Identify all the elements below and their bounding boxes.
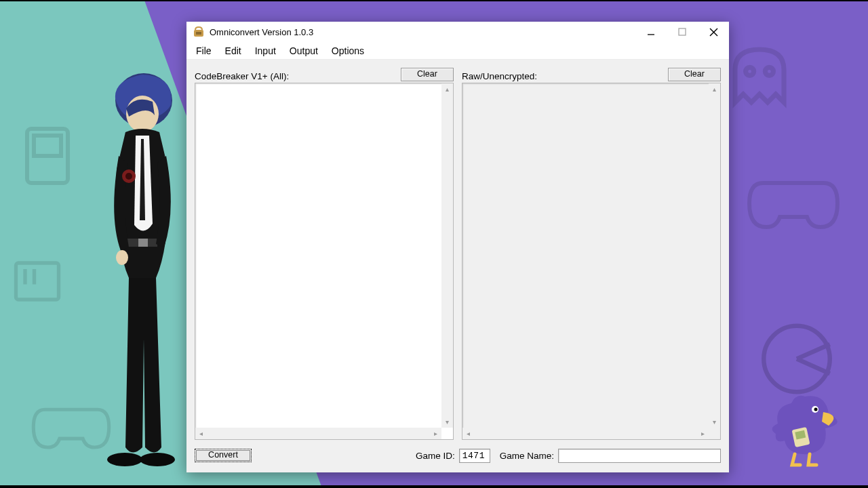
gameboy-doodle-icon [14,122,81,190]
minimize-button[interactable] [635,22,667,42]
titlebar[interactable]: Omniconvert Version 1.0.3 [186,22,729,42]
cartridge-doodle-icon [7,251,68,312]
scroll-down-icon[interactable]: ▾ [709,416,720,428]
client-area: CodeBreaker V1+ (All): Clear ▴ ▾ ◂ ▸ [186,60,729,472]
dodo-logo-icon [761,386,842,468]
anime-character-illustration [88,68,197,474]
convert-button[interactable]: Convert [195,449,252,462]
panes: CodeBreaker V1+ (All): Clear ▴ ▾ ◂ ▸ [195,66,721,440]
controller-doodle-icon [746,169,841,237]
svg-point-17 [814,408,818,411]
window-title: Omniconvert Version 1.0.3 [210,27,635,37]
input-scroll-horizontal[interactable]: ◂ ▸ [195,428,441,439]
output-textarea[interactable]: ▴ ▾ ◂ ▸ [462,83,721,440]
game-name-input[interactable] [558,449,721,463]
clear-input-button[interactable]: Clear [401,68,454,81]
maximize-button[interactable] [667,22,698,42]
svg-point-13 [116,250,128,265]
clear-output-button[interactable]: Clear [668,68,721,81]
svg-point-0 [746,67,754,75]
scroll-right-icon[interactable]: ▸ [430,428,441,439]
letterbox-top [0,0,868,1]
svg-rect-10 [138,239,148,247]
svg-point-12 [140,453,175,466]
input-pane-label: CodeBreaker V1+ (All): [195,71,289,81]
ghost-doodle-icon [719,37,800,119]
bottom-row: Convert Game ID: 1471 Game Name: [195,447,721,464]
menu-options[interactable]: Options [325,44,371,58]
app-icon [193,26,205,38]
menu-input[interactable]: Input [248,44,283,58]
input-scroll-vertical[interactable]: ▴ ▾ [441,83,453,428]
scroll-left-icon[interactable]: ◂ [462,428,474,439]
input-textarea[interactable]: ▴ ▾ ◂ ▸ [195,83,454,440]
menu-edit[interactable]: Edit [218,44,248,58]
output-pane-label: Raw/Unencrypted: [462,71,537,81]
svg-rect-4 [16,263,59,300]
menu-output[interactable]: Output [283,44,325,58]
letterbox-bottom [0,485,868,488]
svg-point-1 [765,67,773,75]
output-pane: Raw/Unencrypted: Clear ▴ ▾ ◂ ▸ [462,66,721,440]
output-scroll-horizontal[interactable]: ◂ ▸ [462,428,709,439]
scroll-down-icon[interactable]: ▾ [441,416,453,428]
output-scroll-vertical[interactable]: ▴ ▾ [709,83,720,428]
svg-point-11 [107,453,142,466]
close-button[interactable] [698,22,729,42]
game-name-label: Game Name: [500,451,554,461]
svg-rect-3 [34,136,61,156]
scroll-right-icon[interactable]: ▸ [697,428,709,439]
input-pane: CodeBreaker V1+ (All): Clear ▴ ▾ ◂ ▸ [195,66,454,440]
scroll-up-icon[interactable]: ▴ [441,83,453,95]
scroll-left-icon[interactable]: ◂ [195,428,207,439]
svg-rect-23 [679,28,686,35]
game-id-label: Game ID: [416,451,455,461]
scroll-up-icon[interactable]: ▴ [709,83,720,95]
svg-rect-21 [196,32,201,35]
game-id-input[interactable]: 1471 [459,449,490,463]
svg-point-15 [125,173,132,180]
menu-file[interactable]: File [189,44,218,58]
app-window: Omniconvert Version 1.0.3 File Edit Inpu… [186,22,729,472]
menubar: File Edit Input Output Options [186,42,729,60]
